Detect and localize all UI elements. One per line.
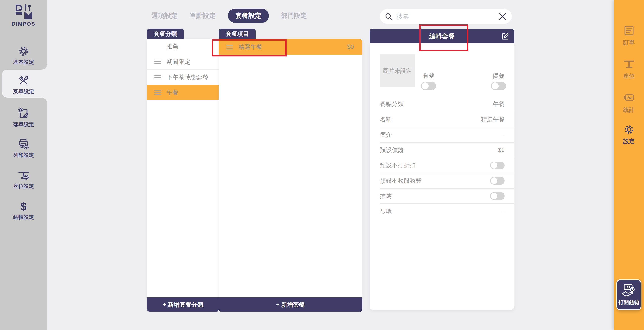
edit-icon[interactable] xyxy=(501,32,509,40)
hidden-toggle-group: 隱藏 xyxy=(486,72,511,90)
cash-hand-icon: $ xyxy=(621,284,637,298)
tab-combo-settings[interactable]: 套餐設定 xyxy=(228,9,269,23)
top-tabs: 選項設定 單點設定 套餐設定 部門設定 xyxy=(152,9,307,22)
sold-out-toggle-group: 售罄 xyxy=(416,72,441,90)
category-list: 推薦 期間限定 下午茶特惠套餐 午餐 xyxy=(147,39,219,298)
recommended-toggle[interactable] xyxy=(490,192,505,200)
rightbar-item-orders[interactable]: 訂單 xyxy=(614,25,644,46)
sidebar-item-basic-settings[interactable]: 基本設定 xyxy=(0,45,47,65)
right-sidebar: 訂單 座位 統計 xyxy=(614,0,644,330)
no-discount-toggle[interactable] xyxy=(490,162,505,169)
screen: DIMPOS 基本設定 xyxy=(0,0,644,330)
field-row-default-price[interactable]: 預設價錢 $0 xyxy=(380,143,514,158)
close-icon[interactable] xyxy=(498,12,507,21)
drag-handle-icon[interactable] xyxy=(154,75,161,79)
edit-panel-title: 編輯套餐 xyxy=(429,32,455,41)
tab-department-settings[interactable]: 部門設定 xyxy=(281,11,307,20)
field-row-steps[interactable]: 步驟 - xyxy=(380,204,514,219)
item-price: $0 xyxy=(347,43,354,50)
field-row-category[interactable]: 餐點分類 午餐 xyxy=(380,97,514,112)
edit-panel-body: 圖片未設定 售罄 隱藏 餐點分類 午餐 名稱 精選午餐 簡介 xyxy=(370,43,514,310)
rightbar-item-settings[interactable]: 設定 xyxy=(614,124,644,145)
add-item-button[interactable]: + 新增套餐 xyxy=(219,298,362,312)
order-icon xyxy=(614,25,644,37)
tab-single-item-settings[interactable]: 單點設定 xyxy=(190,11,216,20)
order-edit-icon xyxy=(0,108,47,120)
field-row-description[interactable]: 簡介 - xyxy=(380,127,514,143)
stats-icon xyxy=(614,92,644,104)
items-column-header: 套餐項目 xyxy=(219,29,256,39)
rightbar-item-seats[interactable]: 座位 xyxy=(614,58,644,80)
search-input[interactable] xyxy=(396,13,498,20)
table-icon xyxy=(614,58,644,70)
rightbar-item-stats[interactable]: 統計 xyxy=(614,92,644,114)
field-list: 餐點分類 午餐 名稱 精選午餐 簡介 - 預設價錢 $0 預設不打折扣 xyxy=(370,97,514,219)
drag-handle-icon[interactable] xyxy=(154,90,161,95)
app-name: DIMPOS xyxy=(0,21,47,27)
add-category-button[interactable]: + 新增套餐分類 xyxy=(147,298,219,312)
left-sidebar: DIMPOS 基本設定 xyxy=(0,0,47,330)
search-bar xyxy=(380,9,512,24)
table-gear-icon xyxy=(0,169,47,181)
sidebar-item-seat-settings[interactable]: 座位設定 xyxy=(0,169,47,189)
category-row-afternoon-tea[interactable]: 下午茶特惠套餐 xyxy=(147,70,219,85)
item-row-featured-lunch[interactable]: 精選午餐 $0 xyxy=(219,39,362,55)
no-service-charge-toggle[interactable] xyxy=(490,177,505,184)
field-row-no-discount: 預設不打折扣 xyxy=(380,158,514,173)
field-row-recommended: 推薦 xyxy=(380,188,514,204)
sold-out-toggle[interactable] xyxy=(421,82,436,90)
category-row-recommended[interactable]: 推薦 xyxy=(147,39,219,54)
field-row-no-service-charge: 預設不收服務費 xyxy=(380,173,514,188)
sidebar-item-checkout-settings[interactable]: $ 結帳設定 xyxy=(0,200,47,220)
dimpos-logo-icon xyxy=(14,4,33,7)
edit-panel-header: 編輯套餐 xyxy=(370,29,514,43)
sidebar-item-print-settings[interactable]: 列印設定 xyxy=(0,138,47,159)
drag-handle-icon[interactable] xyxy=(154,59,161,64)
svg-text:$: $ xyxy=(631,288,633,291)
dollar-icon: $ xyxy=(0,200,47,212)
app-logo: DIMPOS xyxy=(0,4,47,27)
field-row-name[interactable]: 名稱 精選午餐 xyxy=(380,112,514,127)
tab-option-settings[interactable]: 選項設定 xyxy=(152,11,178,20)
category-column-header: 套餐分類 xyxy=(147,29,184,39)
gear-icon xyxy=(0,45,47,57)
hidden-toggle[interactable] xyxy=(491,82,506,90)
items-list: 精選午餐 $0 xyxy=(219,39,362,298)
search-icon xyxy=(384,12,393,21)
open-cash-drawer-button[interactable]: $ 打開錢箱 xyxy=(616,280,641,310)
sidebar-item-order-settings[interactable]: 落單設定 xyxy=(0,108,47,128)
drag-handle-icon[interactable] xyxy=(226,45,233,49)
category-row-limited-time[interactable]: 期間限定 xyxy=(147,54,219,70)
category-row-lunch[interactable]: 午餐 xyxy=(147,85,219,100)
image-placeholder[interactable]: 圖片未設定 xyxy=(380,54,415,87)
printer-icon xyxy=(0,138,47,151)
utensils-icon xyxy=(0,75,47,87)
sidebar-item-menu-settings[interactable]: 菜單設定 xyxy=(0,75,47,95)
gear-icon xyxy=(614,124,644,136)
